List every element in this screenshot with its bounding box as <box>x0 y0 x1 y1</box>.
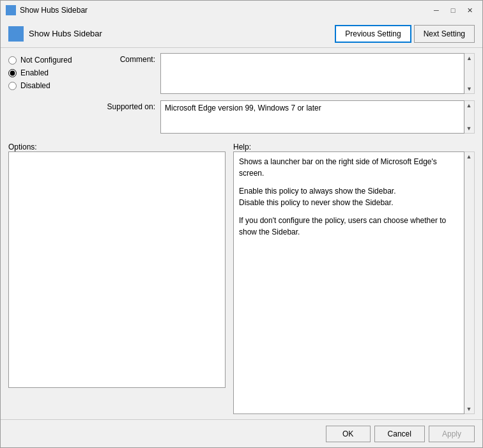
supported-scroll-down[interactable]: ▼ <box>464 124 473 133</box>
svg-rect-7 <box>17 35 22 40</box>
title-bar-left: Show Hubs Sidebar <box>6 5 88 15</box>
section-labels: Options: Help: <box>8 143 475 151</box>
comment-scrollbar: ▲ ▼ <box>464 53 475 94</box>
supported-wrapper: Microsoft Edge version 99, Windows 7 or … <box>160 100 475 134</box>
header-buttons: Previous Setting Next Setting <box>335 25 475 43</box>
main-window: Show Hubs Sidebar ─ □ ✕ Show Hubs Sideba… <box>0 0 483 448</box>
comment-textarea-wrapper: ▲ ▼ <box>160 53 475 94</box>
disabled-option[interactable]: Disabled <box>8 81 98 90</box>
help-scroll-down[interactable]: ▼ <box>464 405 473 413</box>
options-label-col: Options: <box>8 143 226 151</box>
help-label-col: Help: <box>233 143 475 151</box>
title-bar: Show Hubs Sidebar ─ □ ✕ <box>1 1 482 20</box>
supported-value: Microsoft Edge version 99, Windows 7 or … <box>160 100 464 134</box>
cancel-button[interactable]: Cancel <box>374 426 425 442</box>
header-left: Show Hubs Sidebar <box>8 26 102 42</box>
help-para-1: Shows a launcher bar on the right side o… <box>239 156 459 179</box>
supported-text: Microsoft Edge version 99, Windows 7 or … <box>165 104 321 112</box>
help-box: Shows a launcher bar on the right side o… <box>233 151 464 414</box>
help-para-3: If you don't configure the policy, users… <box>239 215 459 238</box>
header-bar: Show Hubs Sidebar Previous Setting Next … <box>1 20 482 48</box>
close-button[interactable]: ✕ <box>462 4 477 16</box>
svg-rect-0 <box>6 6 10 10</box>
svg-rect-6 <box>10 35 15 40</box>
comment-label: Comment: <box>98 53 155 64</box>
title-bar-controls: ─ □ ✕ <box>429 4 477 16</box>
apply-button[interactable]: Apply <box>429 426 475 442</box>
disabled-radio[interactable] <box>8 82 17 90</box>
not-configured-radio[interactable] <box>8 56 17 65</box>
svg-rect-3 <box>12 11 15 15</box>
radio-group: Not Configured Enabled Disabled <box>8 53 98 137</box>
footer: OK Cancel Apply <box>1 419 482 447</box>
enabled-label: Enabled <box>20 68 49 77</box>
options-box <box>8 151 226 388</box>
not-configured-label: Not Configured <box>20 56 72 65</box>
options-label: Options: <box>8 143 37 151</box>
scrollbar-up-arrow[interactable]: ▲ <box>465 54 474 63</box>
disabled-label: Disabled <box>20 81 50 90</box>
help-scroll-up[interactable]: ▲ <box>464 152 473 161</box>
content-area: Not Configured Enabled Disabled Comment: <box>1 48 482 419</box>
maximize-button[interactable]: □ <box>445 4 461 16</box>
boxes-section: Shows a launcher bar on the right side o… <box>8 151 475 414</box>
next-setting-button[interactable]: Next Setting <box>414 25 475 43</box>
supported-row: Supported on: Microsoft Edge version 99,… <box>98 100 475 134</box>
supported-label: Supported on: <box>98 100 155 111</box>
enabled-option[interactable]: Enabled <box>8 68 98 77</box>
enabled-radio[interactable] <box>8 69 17 77</box>
comment-section: Comment: ▲ ▼ Supported on: Microsoft Edg… <box>98 53 475 137</box>
comment-row: Comment: ▲ ▼ <box>98 53 475 94</box>
ok-button[interactable]: OK <box>326 426 371 442</box>
help-scrollbar: ▲ ▼ <box>464 151 475 414</box>
supported-scrollbar: ▲ ▼ <box>464 100 475 134</box>
svg-rect-2 <box>6 11 10 15</box>
header-icon <box>8 26 24 42</box>
not-configured-option[interactable]: Not Configured <box>8 56 98 65</box>
svg-rect-5 <box>17 27 22 33</box>
header-title: Show Hubs Sidebar <box>29 29 102 38</box>
minimize-button[interactable]: ─ <box>429 4 444 16</box>
svg-rect-1 <box>12 6 15 10</box>
svg-rect-4 <box>10 27 15 33</box>
options-box-col <box>8 151 226 414</box>
previous-setting-button[interactable]: Previous Setting <box>335 25 411 43</box>
top-section: Not Configured Enabled Disabled Comment: <box>8 53 475 137</box>
window-icon <box>6 5 16 15</box>
help-box-col: Shows a launcher bar on the right side o… <box>233 151 475 414</box>
supported-scroll-up[interactable]: ▲ <box>464 101 473 110</box>
window-title: Show Hubs Sidebar <box>20 6 88 15</box>
comment-textarea[interactable] <box>160 53 464 94</box>
scrollbar-down-arrow[interactable]: ▼ <box>465 84 474 93</box>
help-para-2: Enable this policy to always show the Si… <box>239 185 459 208</box>
help-label: Help: <box>233 143 251 151</box>
